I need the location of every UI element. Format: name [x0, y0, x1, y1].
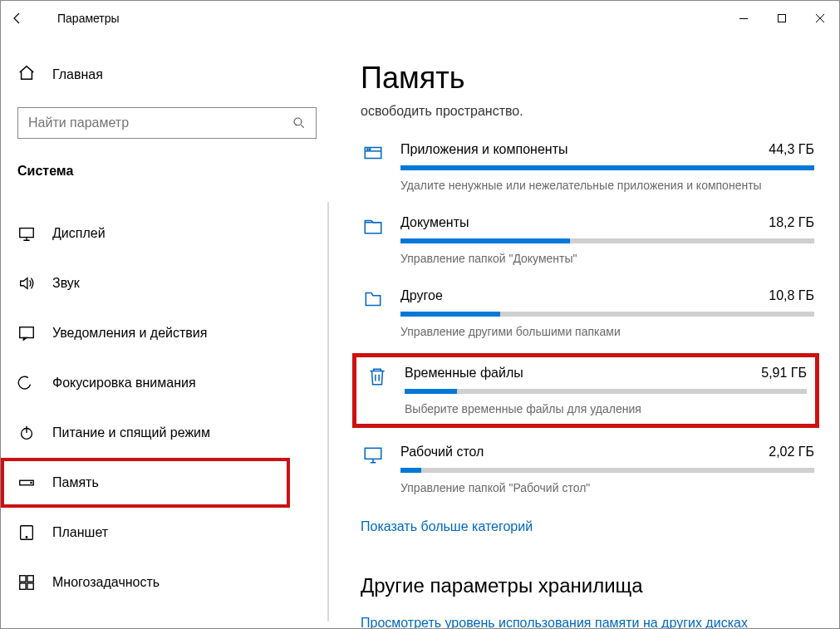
search-input[interactable] — [17, 107, 317, 139]
home-icon — [17, 64, 36, 86]
storage-row-desc: Управление папкой "Документы" — [400, 252, 814, 265]
storage-row-desc: Управление папкой "Рабочий стол" — [400, 481, 814, 494]
svg-rect-17 — [365, 448, 381, 459]
sidebar: Главная Система Дисплей Звук — [1, 36, 329, 628]
sidebar-item-label: Фокусировка внимания — [52, 376, 196, 391]
svg-rect-1 — [779, 15, 786, 22]
main-panel: Память освободить пространство. Приложен… — [329, 36, 839, 628]
svg-rect-3 — [20, 229, 34, 238]
svg-point-9 — [26, 537, 27, 538]
highlight-frame: Временные файлы 5,91 ГБ Выберите временн… — [352, 353, 819, 428]
maximize-button[interactable] — [763, 5, 801, 32]
multitask-icon — [17, 573, 36, 592]
sidebar-item-notifications[interactable]: Уведомления и действия — [17, 308, 300, 358]
storage-row-other-folders[interactable]: Другое 10,8 ГБ Управление другими больши… — [361, 288, 814, 338]
sidebar-item-label: Уведомления и действия — [52, 326, 207, 341]
other-disks-link[interactable]: Просмотреть уровень использования памяти… — [361, 616, 748, 628]
documents-icon — [361, 215, 386, 265]
display-icon — [17, 224, 36, 243]
storage-progress — [400, 312, 814, 317]
sidebar-item-power[interactable]: Питание и спящий режим — [17, 408, 300, 458]
sidebar-item-label: Многозадачность — [52, 575, 160, 590]
storage-row-size: 10,8 ГБ — [769, 288, 814, 303]
storage-progress — [400, 165, 814, 170]
storage-row-title: Приложения и компоненты — [400, 142, 567, 157]
svg-point-7 — [31, 482, 32, 483]
focus-icon — [17, 374, 36, 392]
storage-row-temp[interactable]: Временные файлы 5,91 ГБ Выберите временн… — [365, 366, 807, 415]
page-title: Память — [361, 61, 814, 96]
storage-row-apps[interactable]: Приложения и компоненты 44,3 ГБ Удалите … — [361, 142, 814, 192]
storage-row-title: Временные файлы — [405, 366, 523, 381]
storage-row-size: 2,02 ГБ — [769, 445, 814, 459]
trash-icon — [365, 366, 390, 415]
sidebar-item-storage[interactable]: Память — [1, 458, 290, 508]
sidebar-home-label: Главная — [52, 67, 103, 82]
sidebar-item-tablet[interactable]: Планшет — [17, 508, 300, 558]
storage-progress — [405, 389, 807, 394]
storage-row-title: Другое — [400, 288, 443, 303]
storage-icon — [17, 474, 36, 492]
storage-row-desktop[interactable]: Рабочий стол 2,02 ГБ Управление папкой "… — [361, 445, 814, 494]
svg-rect-4 — [20, 327, 34, 338]
storage-progress — [400, 238, 814, 243]
apps-icon — [361, 142, 386, 192]
show-more-link[interactable]: Показать больше категорий — [361, 519, 533, 534]
minimize-button[interactable] — [725, 5, 763, 32]
sidebar-item-label: Память — [52, 475, 99, 490]
storage-row-desc: Управление другими большими папками — [400, 325, 814, 338]
back-button[interactable] — [1, 1, 34, 36]
svg-point-2 — [294, 118, 302, 125]
sidebar-item-multitask[interactable]: Многозадачность — [17, 558, 300, 607]
sidebar-item-display[interactable]: Дисплей — [17, 209, 300, 258]
page-subtext: освободить пространство. — [361, 104, 814, 119]
sidebar-item-label: Звук — [52, 276, 80, 291]
storage-row-desc: Удалите ненужные или нежелательные прило… — [400, 179, 814, 192]
title-bar: Параметры — [1, 1, 839, 36]
svg-rect-11 — [27, 576, 33, 582]
sidebar-item-label: Питание и спящий режим — [52, 425, 210, 440]
sidebar-item-sound[interactable]: Звук — [17, 258, 300, 308]
sidebar-item-label: Дисплей — [52, 226, 106, 241]
storage-progress — [400, 468, 814, 473]
svg-rect-12 — [20, 583, 26, 589]
storage-row-title: Документы — [400, 215, 469, 230]
sound-icon — [17, 274, 36, 292]
desktop-icon — [361, 445, 386, 494]
svg-point-15 — [367, 149, 368, 150]
svg-rect-0 — [739, 18, 748, 19]
scrollbar-track[interactable] — [327, 202, 329, 622]
search-field[interactable] — [18, 115, 282, 130]
svg-rect-10 — [20, 576, 26, 582]
storage-row-title: Рабочий стол — [400, 445, 484, 459]
svg-rect-13 — [27, 583, 33, 589]
window-title: Параметры — [57, 12, 120, 25]
close-button[interactable] — [801, 5, 839, 32]
storage-row-desc: Выберите временные файлы для удаления — [405, 402, 807, 415]
storage-row-size: 44,3 ГБ — [769, 142, 814, 157]
storage-row-size: 18,2 ГБ — [769, 215, 814, 230]
tablet-icon — [17, 523, 36, 542]
storage-row-docs[interactable]: Документы 18,2 ГБ Управление папкой "Док… — [361, 215, 814, 265]
folder-icon — [361, 288, 386, 338]
svg-point-16 — [370, 149, 371, 150]
sidebar-item-label: Планшет — [52, 525, 108, 540]
sidebar-home[interactable]: Главная — [17, 64, 319, 86]
search-icon — [282, 116, 316, 130]
notifications-icon — [17, 324, 36, 342]
storage-row-size: 5,91 ГБ — [761, 366, 807, 381]
sidebar-item-focus[interactable]: Фокусировка внимания — [17, 358, 300, 408]
sidebar-category: Система — [17, 164, 319, 179]
other-storage-heading: Другие параметры хранилища — [361, 574, 814, 597]
power-icon — [17, 424, 36, 442]
